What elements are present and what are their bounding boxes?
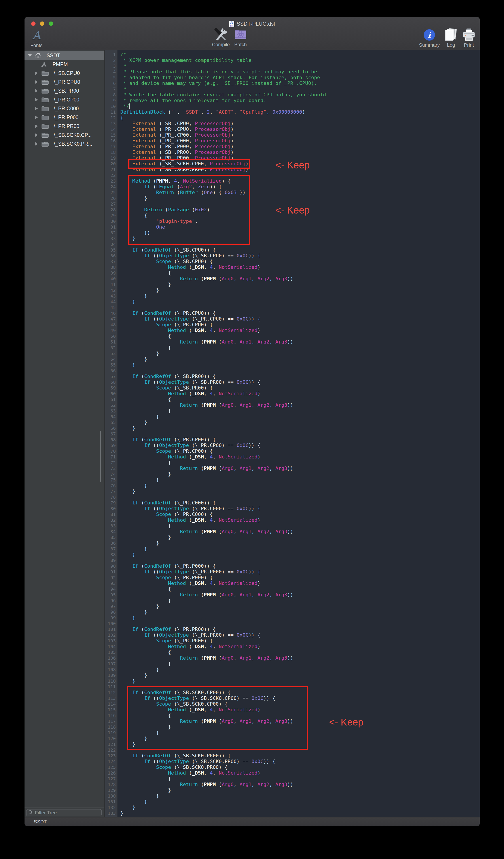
- line-number: 118: [105, 724, 118, 730]
- code-line: 43 }: [105, 293, 480, 299]
- line-number: 4: [105, 69, 118, 75]
- line-number: 49: [105, 328, 118, 333]
- line-number: 82: [105, 517, 118, 523]
- sidebar-item-sbsck0pr[interactable]: \_SB.SCK0.PR...: [25, 139, 104, 148]
- code-line: 98 }: [105, 609, 480, 615]
- sidebar-item-sbsck0cp[interactable]: \_SB.SCK0.CP...: [25, 131, 104, 139]
- sidebar-item-sbcpu0[interactable]: \_SB.CPU0: [25, 69, 104, 78]
- chevron-right-icon[interactable]: [35, 107, 38, 110]
- code-line: 12{: [105, 115, 480, 121]
- chevron-right-icon[interactable]: [35, 133, 38, 137]
- code-line: 99 }: [105, 615, 480, 621]
- line-number: 51: [105, 339, 118, 345]
- chevron-right-icon[interactable]: [35, 80, 38, 84]
- line-number: 45: [105, 305, 118, 310]
- line-number: 116: [105, 713, 118, 719]
- print-button[interactable]: Print: [458, 29, 480, 48]
- patch-button[interactable]: Patch: [230, 28, 252, 47]
- sidebar-item-prcp00[interactable]: \_PR.CP00: [25, 95, 104, 104]
- sidebar-item-label: \_PR.CP00: [54, 97, 79, 103]
- line-number: 14: [105, 126, 118, 132]
- line-number: 83: [105, 523, 118, 529]
- line-number: 26: [105, 195, 118, 201]
- chevron-right-icon[interactable]: [35, 89, 38, 93]
- chevron-right-icon[interactable]: [35, 71, 38, 75]
- code-line: 48 Scope (\_PR.CPU0) {: [105, 322, 480, 328]
- line-number: 2: [105, 58, 118, 63]
- line-number: 17: [105, 144, 118, 149]
- line-number: 3: [105, 63, 118, 69]
- chevron-right-icon[interactable]: [35, 124, 38, 128]
- code-line: 39 {: [105, 270, 480, 276]
- folder-icon: [41, 106, 49, 111]
- code-line: 74 }: [105, 471, 480, 477]
- code-line: 128 Return (PMPM (Arg0, Arg1, Arg2, Arg3…: [105, 782, 480, 787]
- code-line: 83 {: [105, 523, 480, 529]
- status-text: SSDT: [34, 819, 47, 825]
- sidebar-item-label: \_SB.SCK0.PR...: [54, 141, 92, 147]
- chevron-right-icon[interactable]: [35, 116, 38, 119]
- line-number: 104: [105, 644, 118, 649]
- code-line: 132 }: [105, 804, 480, 810]
- sidebar-item-sbpr00[interactable]: \_SB.PR00: [25, 87, 104, 95]
- line-number: 38: [105, 265, 118, 270]
- ssdt-tree: SSDTPMPM\_SB.CPU0\_PR.CPU0\_SB.PR00\_PR.…: [25, 51, 104, 148]
- sidebar-item-prpr00[interactable]: \_PR.PR00: [25, 122, 104, 131]
- line-number: 126: [105, 770, 118, 776]
- code-line: 69 If ((ObjectType (\_PR.CP00) == 0x0C))…: [105, 442, 480, 448]
- log-button[interactable]: Log: [443, 29, 459, 48]
- line-number: 94: [105, 586, 118, 592]
- code-line: 133}: [105, 810, 480, 816]
- code-line: 95 Return (PMPM (Arg0, Arg1, Arg2, Arg3)…: [105, 592, 480, 598]
- sidebar-item-prp000[interactable]: \_PR.P000: [25, 113, 104, 122]
- fonts-button[interactable]: A Fonts: [26, 29, 47, 48]
- code-line: 37 Scope (\_SB.CPU0) {: [105, 259, 480, 265]
- code-line: 17 External (_PR_.P000, ProcessorObj): [105, 144, 480, 149]
- folder-icon: [41, 115, 49, 120]
- code-line: 82 Method (_DSM, 4, NotSerialized): [105, 517, 480, 523]
- line-number: 95: [105, 592, 118, 598]
- chevron-down-icon[interactable]: [28, 54, 32, 57]
- line-number: 96: [105, 598, 118, 603]
- code-line: 107 }: [105, 661, 480, 667]
- code-line: 9 * remove all the ones irrelevant for y…: [105, 98, 480, 103]
- sidebar-item-prcpu0[interactable]: \_PR.CPU0: [25, 78, 104, 87]
- line-number: 68: [105, 437, 118, 442]
- line-number: 22: [105, 172, 118, 178]
- window-title: SSDT-PLUG.dsl: [237, 21, 275, 27]
- code-line: 61 {: [105, 396, 480, 402]
- line-number: 56: [105, 368, 118, 374]
- line-number: 85: [105, 534, 118, 540]
- line-number: 11: [105, 109, 118, 115]
- filter-tree-input[interactable]: [35, 810, 88, 816]
- line-number: 101: [105, 627, 118, 632]
- line-number: 109: [105, 673, 118, 678]
- code-line: 87 }: [105, 546, 480, 552]
- search-icon: [28, 810, 33, 816]
- sidebar-item-label: \_PR.C000: [54, 106, 79, 111]
- split-divider-handle[interactable]: [100, 431, 101, 482]
- line-number: 47: [105, 316, 118, 322]
- split-divider[interactable]: [104, 50, 105, 817]
- code-line: 53 }: [105, 350, 480, 356]
- sidebar-item-pmpm[interactable]: PMPM: [25, 60, 104, 69]
- code-line: 68 If (CondRefOf (\_PR.CP00)) {: [105, 437, 480, 442]
- line-number: 74: [105, 471, 118, 477]
- line-number: 133: [105, 810, 118, 816]
- summary-button[interactable]: i Summary: [413, 29, 445, 48]
- log-icon: [443, 29, 459, 41]
- chevron-right-icon[interactable]: [35, 142, 38, 146]
- chevron-right-icon[interactable]: [35, 98, 38, 102]
- line-number: 81: [105, 512, 118, 517]
- line-number: 19: [105, 155, 118, 161]
- code-line: 16 External (_PR_.C000, ProcessorObj): [105, 138, 480, 144]
- filter-field[interactable]: [26, 809, 102, 816]
- line-number: 100: [105, 621, 118, 627]
- line-number: 67: [105, 431, 118, 437]
- sidebar-item-prc000[interactable]: \_PR.C000: [25, 104, 104, 113]
- line-number: 18: [105, 149, 118, 155]
- code-line: 63 }: [105, 408, 480, 414]
- sidebar-item-ssdt[interactable]: SSDT: [25, 51, 104, 60]
- line-number: 32: [105, 230, 118, 236]
- code-line: 105 {: [105, 649, 480, 655]
